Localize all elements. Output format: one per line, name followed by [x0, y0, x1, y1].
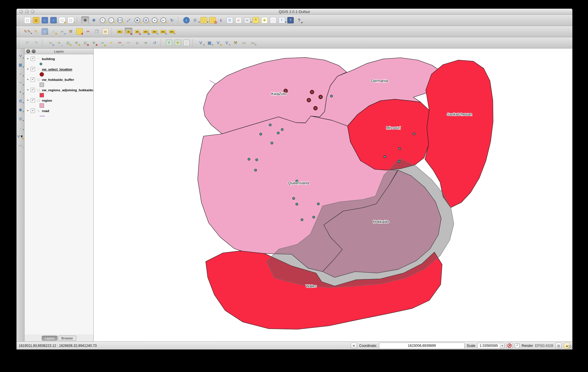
identify-features-button[interactable]: i [182, 16, 190, 24]
copy-features-button[interactable]: ❐ [93, 28, 101, 36]
zoom-in-button[interactable]: + [99, 16, 106, 24]
measure-line-button[interactable]: ┅▼ [243, 16, 251, 24]
rotate-point-symbols-button[interactable]: ↺ [151, 39, 158, 47]
add-postgis-layer-button[interactable]: ◖+ [17, 70, 24, 77]
close-window-button[interactable] [19, 10, 23, 13]
layer-item-vw_hokkaido_buffer[interactable]: ▼✓▢vw_hokkaido_buffer [25, 77, 93, 82]
layer-labeling-options-button[interactable]: abc [116, 28, 124, 36]
reshape-features-button[interactable]: ❧◣ [99, 39, 106, 47]
remove-layer-button[interactable]: ▭− [17, 142, 24, 148]
toggle-extents-icon[interactable]: ⌖ [351, 343, 357, 349]
layer-visibility-checkbox[interactable]: ✓ [31, 57, 35, 61]
show-bookmarks-button[interactable]: ⬚ [269, 16, 277, 24]
crs-status-icon[interactable]: ◍ [555, 343, 562, 349]
open-project-button[interactable]: ▨ [32, 16, 40, 24]
composer-manager-button[interactable]: ▢⌕ [67, 16, 75, 24]
move-feature-button[interactable]: ❧➜ [58, 28, 66, 36]
minimize-window-button[interactable] [25, 10, 29, 13]
delete-ring-button[interactable]: ◍✖ [81, 39, 89, 47]
show-hide-labels-button[interactable]: abc◉ [142, 28, 150, 36]
redo-button[interactable]: ↷ [32, 39, 40, 47]
add-raster-layer-button[interactable]: ▦+ [17, 62, 24, 68]
add-part-button[interactable]: ❖✱ [73, 39, 80, 47]
zoom-to-layer-button[interactable]: ▧ [142, 16, 150, 24]
map-canvas[interactable]: KwaZuluGermaniaSaskatchewanMissouriQueen… [94, 49, 572, 341]
deselect-features-button[interactable]: ⬚⃠ [208, 16, 216, 24]
run-feature-action-button[interactable]: ⚙▼ [191, 16, 199, 24]
resize-grip[interactable] [568, 345, 572, 349]
new-shapefile-layer-button[interactable]: V✱▼ [17, 133, 24, 140]
change-label-button[interactable]: ab◉ [133, 28, 141, 36]
select-features-button[interactable]: ⬚▼ [200, 16, 208, 24]
layer-name[interactable]: vw_regions_adjoining_hokkaido [42, 88, 93, 92]
zoom-full-button[interactable]: ⤢ [125, 16, 132, 24]
layer-visibility-checkbox[interactable]: ✓ [31, 67, 35, 71]
cut-features-button[interactable]: ✂ [84, 28, 92, 36]
simplify-feature-button[interactable]: ❧⌄ [55, 39, 63, 47]
stop-render-button[interactable]: ✎ [506, 343, 513, 349]
delete-part-button[interactable]: ❖✖ [90, 39, 98, 47]
edit-grass-region-button[interactable]: ▭✎ [249, 39, 257, 47]
help-contents-button[interactable]: ? [286, 16, 294, 24]
layer-visibility-checkbox[interactable]: ✓ [31, 98, 35, 103]
panel-tab-layers[interactable]: Layers [42, 336, 58, 341]
layer-item-vw_regions_adjoining_hokkaido[interactable]: ▼✓▢vw_regions_adjoining_hokkaido [25, 87, 93, 93]
title-bar[interactable]: QGIS 2.0.1-Dufour [16, 9, 572, 15]
panel-tab-browser[interactable]: Browser [58, 336, 76, 341]
scale-combobox[interactable]: 1:33565585 ▼ [477, 343, 504, 349]
paste-features-button[interactable]: ▤ [101, 28, 109, 36]
layer-item-vw_select_location[interactable]: ▼✓∵vw_select_location [25, 66, 93, 72]
layer-visibility-checkbox[interactable]: ✓ [31, 77, 35, 82]
new-project-button[interactable]: ▢ [23, 16, 31, 24]
refresh-map-button[interactable]: ↻ [168, 16, 176, 24]
field-calculator-button[interactable]: ⌸ [234, 16, 242, 24]
delete-selected-button[interactable]: ⬚✖ [75, 28, 83, 36]
rotate-label-button[interactable]: abc↻ [159, 28, 167, 36]
add-delimited-text-layer-button[interactable]: ,+ [17, 124, 24, 131]
new-bookmark-button[interactable]: ✱ [260, 16, 268, 24]
pan-map-to-selection-button[interactable]: ✥ [90, 16, 98, 24]
layer-item-building[interactable]: ▼✓∵building [25, 56, 93, 62]
scale-dropdown-icon[interactable]: ▼ [500, 343, 504, 348]
layer-name[interactable]: vw_select_location [42, 68, 72, 71]
zoom-next-button[interactable]: ▸ [159, 16, 167, 24]
layer-name[interactable]: building [42, 57, 55, 61]
expand-triangle-icon[interactable]: ▼ [27, 109, 29, 112]
display-grass-region-button[interactable]: ▭ [240, 39, 248, 47]
expand-triangle-icon[interactable]: ▼ [27, 57, 29, 60]
offset-curve-button[interactable]: ❧ [107, 39, 115, 47]
move-label-button[interactable]: abc➜ [151, 28, 158, 36]
map-tips-button[interactable]: ❞ [252, 16, 260, 24]
layer-item-region[interactable]: ▼✓▢region [25, 98, 93, 103]
add-wms-layer-button[interactable]: ◍+ [17, 97, 24, 104]
merge-attributes-button[interactable]: ≍ [142, 39, 150, 47]
merge-selected-features-button[interactable]: ∪ [133, 39, 141, 47]
change-label-properties-button[interactable]: abc✎ [168, 28, 176, 36]
text-annotation-button[interactable]: T▼ [278, 16, 286, 24]
close-grass-mapset-button[interactable]: − [182, 39, 190, 47]
layer-visibility-checkbox[interactable]: ✓ [31, 88, 35, 92]
open-attribute-table-button[interactable]: ☰ [226, 16, 234, 24]
select-by-expression-button[interactable]: ε [217, 16, 225, 24]
create-grass-vector-button[interactable]: V✱ [214, 39, 222, 47]
expand-triangle-icon[interactable]: ▼ [27, 78, 29, 81]
save-layer-edits-button[interactable]: ▫✎ [41, 28, 49, 36]
open-grass-mapset-button[interactable]: ⇑ [165, 39, 173, 47]
add-vector-layer-button[interactable]: V+ [17, 53, 24, 59]
add-wfs-layer-button[interactable]: ◎+ [17, 115, 24, 122]
zoom-to-selection-button[interactable]: ▣ [133, 16, 141, 24]
expand-triangle-icon[interactable]: ▼ [27, 89, 29, 91]
save-project-button[interactable]: ▫ [41, 16, 49, 24]
open-grass-tools-button[interactable]: ⚒ [232, 39, 239, 47]
split-parts-button[interactable]: ✂ [125, 39, 132, 47]
rotate-feature-button[interactable]: ❧↻ [47, 39, 54, 47]
layer-visibility-checkbox[interactable]: ✓ [31, 109, 35, 113]
add-wcs-layer-button[interactable]: ◉+ [17, 106, 24, 113]
split-features-button[interactable]: ✂❧ [116, 39, 124, 47]
undo-button[interactable]: ↶ [23, 39, 31, 47]
zoom-out-button[interactable]: − [107, 16, 115, 24]
add-mssql-layer-button[interactable]: ◗+ [17, 88, 24, 95]
layer-name[interactable]: road [42, 109, 49, 113]
new-grass-mapset-button[interactable]: ✱ [174, 39, 182, 47]
zoom-native-button[interactable]: 1:1 [116, 16, 124, 24]
